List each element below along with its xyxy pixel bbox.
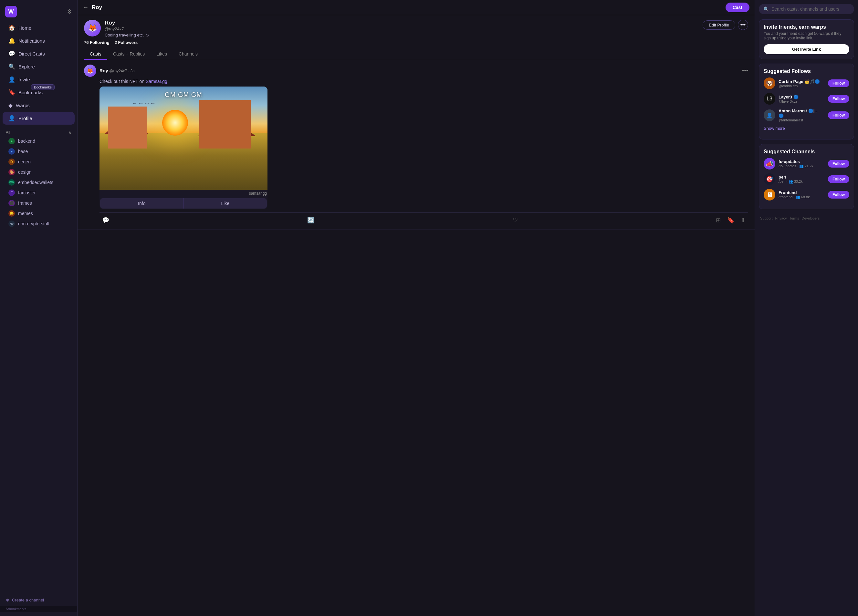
search-input[interactable] xyxy=(771,6,850,12)
feed: 🦊 Roy @roy24x7 · 3s ••• Check out this N… xyxy=(78,60,755,616)
suggested-avatar-anton: 👤 xyxy=(764,109,775,121)
suggested-name-layer3: Layer3 🔵 xyxy=(779,95,825,99)
invite-title: Invite friends, earn warps xyxy=(764,24,849,30)
footer-link-support[interactable]: Support xyxy=(760,216,773,220)
cast-action-area: samsar.gg Info Like xyxy=(99,191,267,209)
channel-name-fcupdates: fc-updates xyxy=(779,159,825,164)
share-icon[interactable]: ⬆ xyxy=(738,215,748,225)
suggested-channel-item-fcupdates: 📣 fc-updates /fc-updates · 👥 21.2k Follo… xyxy=(764,158,849,169)
warps-icon: ◆ xyxy=(8,102,12,109)
followers-stat[interactable]: 2 Followers xyxy=(115,40,138,45)
followers-label: Followers xyxy=(118,40,138,45)
like-icon[interactable]: ♡ xyxy=(510,215,521,225)
channel-avatar-frontend: 🖥 xyxy=(764,189,775,200)
follow-button-layer3[interactable]: Follow xyxy=(828,95,849,103)
channel-item-non-crypto-stuff[interactable]: No non-crypto-stuff xyxy=(3,219,75,229)
channel-item-base[interactable]: ● base xyxy=(3,146,75,157)
bookmarks-tooltip: Bookmarks xyxy=(31,84,54,90)
suggested-handle-layer3: @layer3xyz xyxy=(779,99,825,103)
sidebar-item-label: Warps xyxy=(16,103,30,108)
channels-section-header: All ∧ xyxy=(0,127,77,136)
suggested-follow-item: 👤 Anton Marrast 🔵|… 🔵 @antonmarrast Foll… xyxy=(764,109,849,122)
back-button[interactable]: ← xyxy=(83,4,89,11)
cast-samsar-link[interactable]: Samsar.gg xyxy=(146,79,167,84)
following-stat[interactable]: 76 Following xyxy=(84,40,109,45)
app-logo[interactable]: W xyxy=(5,6,17,17)
suggested-name-anton: Anton Marrast 🔵|… 🔵 xyxy=(779,109,825,118)
suggested-follow-item: 🐶 Corbin Page 👑🎵🔵 @corbin.eth Follow xyxy=(764,78,849,89)
sidebar-item-home[interactable]: 🏠 Home xyxy=(3,22,75,34)
cast-author-name[interactable]: Roy xyxy=(99,68,108,73)
channel-dot-design: 🎨 xyxy=(8,169,15,175)
sidebar-item-notifications[interactable]: 🔔 Notifications xyxy=(3,34,75,47)
cast-item: 🦊 Roy @roy24x7 · 3s ••• Check out this N… xyxy=(78,60,755,230)
followers-count: 2 xyxy=(115,40,117,45)
suggested-channel-item-frontend: 🖥 Frontend /frontend · 👥 68.8k Follow xyxy=(764,189,849,200)
channel-label: memes xyxy=(18,211,33,216)
channel-dot-backend: ● xyxy=(8,138,15,144)
show-more-follows[interactable]: Show more xyxy=(764,126,849,131)
channel-meta-frontend: /frontend · 👥 68.8k xyxy=(779,195,825,199)
channel-name-perl: perl xyxy=(779,175,825,180)
tab-likes[interactable]: Likes xyxy=(151,49,173,60)
settings-icon[interactable]: ⚙ xyxy=(67,8,72,15)
channel-item-memes[interactable]: 😄 memes xyxy=(3,208,75,219)
like-button[interactable]: Like xyxy=(184,198,267,209)
more-options-button[interactable]: ••• xyxy=(738,20,748,30)
sidebar-item-warps[interactable]: ◆ Warps xyxy=(3,99,75,112)
footer-link-developers[interactable]: Developers xyxy=(802,216,820,220)
reply-icon[interactable]: 💬 xyxy=(99,215,112,225)
sidebar-item-label: Invite xyxy=(19,77,30,82)
follow-button-frontend[interactable]: Follow xyxy=(828,191,849,199)
channel-item-backend[interactable]: ● backend xyxy=(3,136,75,146)
channel-name-frontend: Frontend xyxy=(779,190,825,195)
right-panel: 🔍 Invite friends, earn warps You and you… xyxy=(755,0,858,616)
invite-button[interactable]: Get Invite Link xyxy=(764,44,849,54)
invite-icon: 👤 xyxy=(8,76,15,83)
footer-link-privacy[interactable]: Privacy xyxy=(775,216,787,220)
channel-item-frames[interactable]: ⬛ frames xyxy=(3,198,75,208)
tab-casts-replies[interactable]: Casts + Replies xyxy=(107,49,151,60)
follow-button-fcupdates[interactable]: Follow xyxy=(828,160,849,168)
cast-more-button[interactable]: ••• xyxy=(742,67,748,74)
following-count: 76 xyxy=(84,40,89,45)
channel-item-design[interactable]: 🎨 design xyxy=(3,167,75,177)
sidebar-item-explore[interactable]: 🔍 Explore xyxy=(3,61,75,73)
scene-house-right xyxy=(199,100,251,149)
cast-button[interactable]: Cast xyxy=(726,3,749,12)
gm-text: GM GM GM xyxy=(165,91,202,98)
birds-decoration: 〰 〰 〰 〰 xyxy=(133,102,155,106)
edit-profile-button[interactable]: Edit Profile xyxy=(703,20,735,30)
chat-icon: 💬 xyxy=(8,50,15,57)
sidebar-item-direct-casts[interactable]: 💬 Direct Casts xyxy=(3,48,75,60)
sidebar-item-profile[interactable]: 👤 Profile xyxy=(3,112,75,125)
follow-button-anton[interactable]: Follow xyxy=(828,112,849,119)
create-channel-button[interactable]: ⊕ Create a channel xyxy=(0,594,77,606)
channel-item-embeddedwallets[interactable]: EW embeddedwallets xyxy=(3,177,75,188)
collapse-icon[interactable]: ∧ xyxy=(68,130,72,135)
follow-button-perl[interactable]: Follow xyxy=(828,175,849,183)
footer-link-terms[interactable]: Terms xyxy=(790,216,799,220)
invite-card: Invite friends, earn warps You and your … xyxy=(759,19,854,59)
profile-name: Roy xyxy=(105,20,703,26)
scene-house-left xyxy=(108,107,147,149)
info-button[interactable]: Info xyxy=(100,198,184,209)
cast-image: 〰 〰 〰 〰 GM GM GM samsar.gg Info Like xyxy=(99,87,267,209)
recast-icon[interactable]: 🔄 xyxy=(305,215,317,225)
channel-dot-embeddedwallets: EW xyxy=(8,179,15,186)
channel-info-fcupdates: fc-updates /fc-updates · 👥 21.2k xyxy=(779,159,825,168)
tab-casts[interactable]: Casts xyxy=(84,49,107,60)
channel-dot-non-crypto: No xyxy=(8,220,15,227)
follow-button-corbin[interactable]: Follow xyxy=(828,79,849,87)
bookmark-action-icon[interactable]: 🔖 xyxy=(724,215,737,225)
page-header-title: ← Roy xyxy=(83,4,102,11)
channel-item-farcaster[interactable]: F farcaster xyxy=(3,188,75,198)
sidebar-item-label: Bookmarks xyxy=(19,90,43,95)
sidebar-item-label: Profile xyxy=(19,116,32,121)
sidebar-item-bookmarks[interactable]: 🔖 Bookmarks Bookmarks xyxy=(3,86,75,99)
suggested-follows-title: Suggested Follows xyxy=(764,68,849,74)
collect-icon[interactable]: ⊞ xyxy=(713,215,723,225)
channel-item-degen[interactable]: D degen xyxy=(3,157,75,167)
tab-channels[interactable]: Channels xyxy=(173,49,204,60)
channel-dot-memes: 😄 xyxy=(8,210,15,217)
